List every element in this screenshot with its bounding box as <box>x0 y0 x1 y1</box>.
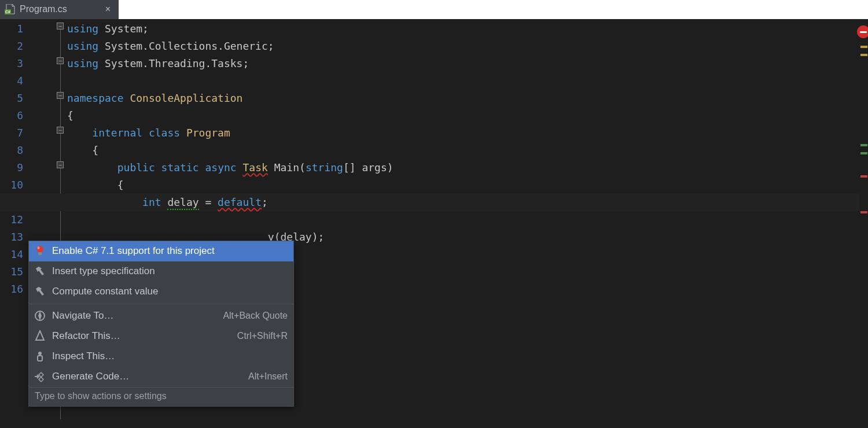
line-number[interactable]: 8 <box>0 142 23 159</box>
error-marker[interactable] <box>860 175 867 178</box>
fold-marker[interactable] <box>57 92 64 99</box>
error-indicator-icon[interactable] <box>857 25 868 38</box>
close-icon[interactable]: × <box>104 4 112 14</box>
line-number[interactable]: 10 <box>0 176 23 194</box>
line-number[interactable]: 15 <box>0 263 23 281</box>
popup-item-label: Enable C# 7.1 support for this project <box>52 245 215 257</box>
hammer-icon <box>34 285 46 298</box>
popup-item[interactable]: Generate Code…Alt+Insert <box>29 367 293 387</box>
popup-item-shortcut: Alt+Back Quote <box>223 311 288 321</box>
line-number[interactable]: 3 <box>0 55 23 72</box>
warning-marker[interactable] <box>860 46 867 48</box>
svg-point-9 <box>38 352 42 355</box>
tab-bar: C# Program.cs × <box>0 0 868 19</box>
svg-point-6 <box>38 246 40 249</box>
quick-actions-popup: Enable C# 7.1 support for this projectIn… <box>28 241 294 407</box>
popup-item[interactable]: Compute constant value <box>29 282 293 302</box>
bulb-icon <box>34 245 46 257</box>
popup-item-label: Inspect This… <box>52 350 115 362</box>
popup-item[interactable]: Insert type specification <box>29 261 293 282</box>
popup-footer: Type to show actions or settings <box>29 387 293 406</box>
line-number[interactable]: 9 <box>0 159 23 176</box>
refactor-icon <box>34 330 46 342</box>
line-number[interactable]: 16 <box>0 281 23 298</box>
fold-marker[interactable] <box>57 127 64 134</box>
svg-rect-7 <box>38 252 42 255</box>
popup-item-shortcut: Ctrl+Shift+R <box>237 331 288 341</box>
nav-icon <box>34 309 46 322</box>
csharp-file-icon: C# <box>5 4 16 14</box>
fold-marker[interactable] <box>57 161 64 168</box>
popup-item-label: Generate Code… <box>52 371 129 382</box>
line-number-gutter: 1 2 3 4 5 6 7 8 9 10 11 12 13 14 15 16 <box>0 19 29 428</box>
ok-marker[interactable] <box>860 144 867 146</box>
popup-separator <box>29 304 293 304</box>
line-number[interactable]: 7 <box>0 124 23 142</box>
line-number[interactable]: 1 <box>0 20 23 38</box>
editor-tab[interactable]: C# Program.cs × <box>0 0 119 19</box>
ok-marker[interactable] <box>860 152 867 154</box>
inspect-icon <box>34 350 46 363</box>
line-number[interactable]: 6 <box>0 107 23 124</box>
hammer-icon <box>34 265 46 278</box>
popup-item-label: Navigate To… <box>52 310 113 322</box>
error-marker[interactable] <box>860 211 867 213</box>
popup-item-label: Refactor This… <box>52 330 120 342</box>
popup-item[interactable]: Navigate To…Alt+Back Quote <box>29 306 293 326</box>
svg-point-5 <box>36 246 43 253</box>
fold-marker[interactable] <box>57 23 64 29</box>
line-number[interactable]: 4 <box>0 72 23 90</box>
popup-item-label: Compute constant value <box>52 286 158 297</box>
tab-label: Program.cs <box>20 4 67 14</box>
fold-marker[interactable] <box>57 57 64 64</box>
line-number[interactable]: 13 <box>0 228 23 246</box>
error-stripe <box>860 19 868 428</box>
generate-icon <box>34 370 46 383</box>
svg-rect-10 <box>38 356 42 361</box>
line-number[interactable]: 5 <box>0 90 23 107</box>
line-number[interactable]: 12 <box>0 211 23 228</box>
popup-item-label: Insert type specification <box>52 265 155 277</box>
popup-item[interactable]: Enable C# 7.1 support for this project <box>29 241 293 261</box>
line-number[interactable]: 2 <box>0 38 23 55</box>
popup-item-shortcut: Alt+Insert <box>248 371 288 382</box>
warning-marker[interactable] <box>860 54 867 56</box>
line-number[interactable]: 14 <box>0 246 23 263</box>
popup-item[interactable]: Refactor This…Ctrl+Shift+R <box>29 326 293 346</box>
popup-item[interactable]: Inspect This… <box>29 346 293 367</box>
svg-text:C#: C# <box>5 10 10 14</box>
